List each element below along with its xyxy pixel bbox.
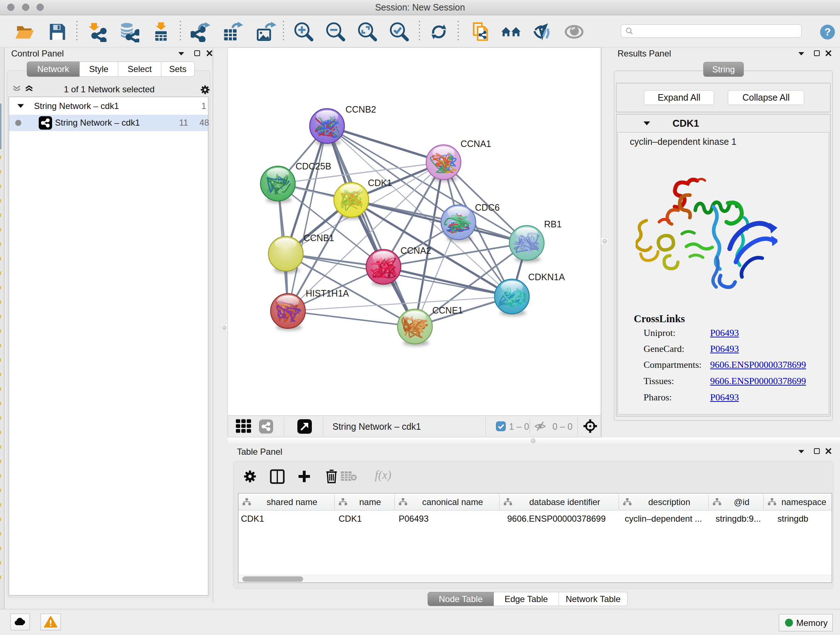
svg-text:CCNB1: CCNB1 xyxy=(303,233,334,243)
svg-text:CDC6: CDC6 xyxy=(475,203,500,212)
svg-text:RB1: RB1 xyxy=(544,219,562,229)
svg-text:HIST1H1A: HIST1H1A xyxy=(306,288,349,298)
svg-text:CCNA1: CCNA1 xyxy=(461,139,491,149)
svg-text:CCNA2: CCNA2 xyxy=(401,245,431,256)
svg-text:CCNB2: CCNB2 xyxy=(346,104,376,114)
svg-text:CDKN1A: CDKN1A xyxy=(528,272,565,282)
svg-text:CCNE1: CCNE1 xyxy=(432,305,463,315)
svg-text:CDC25B: CDC25B xyxy=(295,161,332,171)
svg-text:CDK1: CDK1 xyxy=(368,178,392,188)
